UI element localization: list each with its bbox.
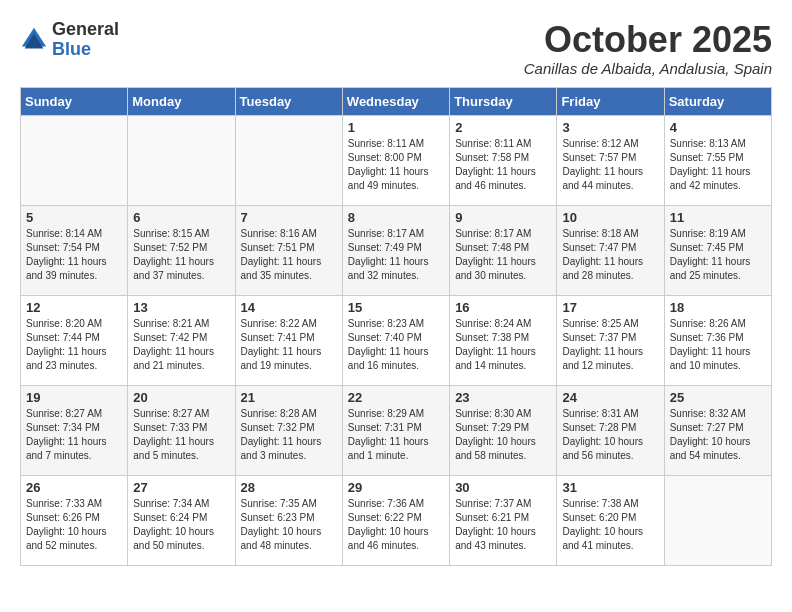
calendar-cell: 3Sunrise: 8:12 AM Sunset: 7:57 PM Daylig… [557,115,664,205]
logo-general-text: General [52,19,119,39]
weekday-header-friday: Friday [557,87,664,115]
calendar-cell: 28Sunrise: 7:35 AM Sunset: 6:23 PM Dayli… [235,475,342,565]
location-subtitle: Canillas de Albaida, Andalusia, Spain [524,60,772,77]
calendar-cell: 9Sunrise: 8:17 AM Sunset: 7:48 PM Daylig… [450,205,557,295]
calendar-cell: 5Sunrise: 8:14 AM Sunset: 7:54 PM Daylig… [21,205,128,295]
day-info: Sunrise: 8:22 AM Sunset: 7:41 PM Dayligh… [241,317,337,373]
calendar-header-row: SundayMondayTuesdayWednesdayThursdayFrid… [21,87,772,115]
day-info: Sunrise: 7:38 AM Sunset: 6:20 PM Dayligh… [562,497,658,553]
day-info: Sunrise: 8:17 AM Sunset: 7:49 PM Dayligh… [348,227,444,283]
day-number: 13 [133,300,229,315]
day-info: Sunrise: 7:34 AM Sunset: 6:24 PM Dayligh… [133,497,229,553]
day-number: 20 [133,390,229,405]
weekday-header-wednesday: Wednesday [342,87,449,115]
day-number: 30 [455,480,551,495]
calendar-cell: 29Sunrise: 7:36 AM Sunset: 6:22 PM Dayli… [342,475,449,565]
day-number: 15 [348,300,444,315]
day-number: 8 [348,210,444,225]
day-info: Sunrise: 8:30 AM Sunset: 7:29 PM Dayligh… [455,407,551,463]
title-block: October 2025 Canillas de Albaida, Andalu… [524,20,772,77]
calendar-cell: 13Sunrise: 8:21 AM Sunset: 7:42 PM Dayli… [128,295,235,385]
calendar-cell: 6Sunrise: 8:15 AM Sunset: 7:52 PM Daylig… [128,205,235,295]
day-number: 31 [562,480,658,495]
day-number: 29 [348,480,444,495]
page-header: General Blue October 2025 Canillas de Al… [20,20,772,77]
calendar-cell: 23Sunrise: 8:30 AM Sunset: 7:29 PM Dayli… [450,385,557,475]
calendar-cell: 2Sunrise: 8:11 AM Sunset: 7:58 PM Daylig… [450,115,557,205]
calendar-cell: 20Sunrise: 8:27 AM Sunset: 7:33 PM Dayli… [128,385,235,475]
day-info: Sunrise: 8:14 AM Sunset: 7:54 PM Dayligh… [26,227,122,283]
calendar-cell: 30Sunrise: 7:37 AM Sunset: 6:21 PM Dayli… [450,475,557,565]
calendar-cell [235,115,342,205]
calendar-week-row: 12Sunrise: 8:20 AM Sunset: 7:44 PM Dayli… [21,295,772,385]
day-number: 21 [241,390,337,405]
day-info: Sunrise: 8:28 AM Sunset: 7:32 PM Dayligh… [241,407,337,463]
calendar-cell: 25Sunrise: 8:32 AM Sunset: 7:27 PM Dayli… [664,385,771,475]
weekday-header-monday: Monday [128,87,235,115]
logo-icon [20,26,48,54]
day-info: Sunrise: 8:24 AM Sunset: 7:38 PM Dayligh… [455,317,551,373]
calendar-cell: 8Sunrise: 8:17 AM Sunset: 7:49 PM Daylig… [342,205,449,295]
day-info: Sunrise: 8:21 AM Sunset: 7:42 PM Dayligh… [133,317,229,373]
calendar-week-row: 26Sunrise: 7:33 AM Sunset: 6:26 PM Dayli… [21,475,772,565]
calendar-cell: 17Sunrise: 8:25 AM Sunset: 7:37 PM Dayli… [557,295,664,385]
calendar-cell: 24Sunrise: 8:31 AM Sunset: 7:28 PM Dayli… [557,385,664,475]
day-info: Sunrise: 7:35 AM Sunset: 6:23 PM Dayligh… [241,497,337,553]
calendar-cell: 31Sunrise: 7:38 AM Sunset: 6:20 PM Dayli… [557,475,664,565]
day-info: Sunrise: 8:17 AM Sunset: 7:48 PM Dayligh… [455,227,551,283]
day-number: 22 [348,390,444,405]
calendar-cell: 18Sunrise: 8:26 AM Sunset: 7:36 PM Dayli… [664,295,771,385]
day-number: 6 [133,210,229,225]
day-number: 12 [26,300,122,315]
logo: General Blue [20,20,119,60]
month-title: October 2025 [524,20,772,60]
day-number: 24 [562,390,658,405]
day-number: 1 [348,120,444,135]
day-info: Sunrise: 8:15 AM Sunset: 7:52 PM Dayligh… [133,227,229,283]
day-number: 9 [455,210,551,225]
calendar-week-row: 5Sunrise: 8:14 AM Sunset: 7:54 PM Daylig… [21,205,772,295]
calendar-cell: 12Sunrise: 8:20 AM Sunset: 7:44 PM Dayli… [21,295,128,385]
weekday-header-thursday: Thursday [450,87,557,115]
day-number: 2 [455,120,551,135]
day-info: Sunrise: 8:12 AM Sunset: 7:57 PM Dayligh… [562,137,658,193]
weekday-header-sunday: Sunday [21,87,128,115]
weekday-header-saturday: Saturday [664,87,771,115]
day-number: 14 [241,300,337,315]
calendar-cell: 19Sunrise: 8:27 AM Sunset: 7:34 PM Dayli… [21,385,128,475]
calendar-table: SundayMondayTuesdayWednesdayThursdayFrid… [20,87,772,566]
calendar-cell: 27Sunrise: 7:34 AM Sunset: 6:24 PM Dayli… [128,475,235,565]
day-number: 27 [133,480,229,495]
calendar-cell: 22Sunrise: 8:29 AM Sunset: 7:31 PM Dayli… [342,385,449,475]
day-info: Sunrise: 8:23 AM Sunset: 7:40 PM Dayligh… [348,317,444,373]
calendar-cell: 11Sunrise: 8:19 AM Sunset: 7:45 PM Dayli… [664,205,771,295]
calendar-week-row: 19Sunrise: 8:27 AM Sunset: 7:34 PM Dayli… [21,385,772,475]
calendar-week-row: 1Sunrise: 8:11 AM Sunset: 8:00 PM Daylig… [21,115,772,205]
day-info: Sunrise: 8:25 AM Sunset: 7:37 PM Dayligh… [562,317,658,373]
calendar-cell: 1Sunrise: 8:11 AM Sunset: 8:00 PM Daylig… [342,115,449,205]
day-number: 11 [670,210,766,225]
day-info: Sunrise: 8:18 AM Sunset: 7:47 PM Dayligh… [562,227,658,283]
day-info: Sunrise: 8:29 AM Sunset: 7:31 PM Dayligh… [348,407,444,463]
day-number: 10 [562,210,658,225]
weekday-header-tuesday: Tuesday [235,87,342,115]
calendar-cell: 7Sunrise: 8:16 AM Sunset: 7:51 PM Daylig… [235,205,342,295]
calendar-cell [128,115,235,205]
day-number: 5 [26,210,122,225]
calendar-cell: 26Sunrise: 7:33 AM Sunset: 6:26 PM Dayli… [21,475,128,565]
day-number: 3 [562,120,658,135]
day-info: Sunrise: 8:16 AM Sunset: 7:51 PM Dayligh… [241,227,337,283]
day-info: Sunrise: 8:26 AM Sunset: 7:36 PM Dayligh… [670,317,766,373]
day-number: 23 [455,390,551,405]
day-number: 19 [26,390,122,405]
calendar-cell: 10Sunrise: 8:18 AM Sunset: 7:47 PM Dayli… [557,205,664,295]
day-info: Sunrise: 8:31 AM Sunset: 7:28 PM Dayligh… [562,407,658,463]
day-info: Sunrise: 8:27 AM Sunset: 7:34 PM Dayligh… [26,407,122,463]
calendar-cell: 14Sunrise: 8:22 AM Sunset: 7:41 PM Dayli… [235,295,342,385]
day-number: 16 [455,300,551,315]
calendar-cell: 16Sunrise: 8:24 AM Sunset: 7:38 PM Dayli… [450,295,557,385]
day-number: 28 [241,480,337,495]
calendar-cell [21,115,128,205]
logo-blue-text: Blue [52,39,91,59]
calendar-cell [664,475,771,565]
